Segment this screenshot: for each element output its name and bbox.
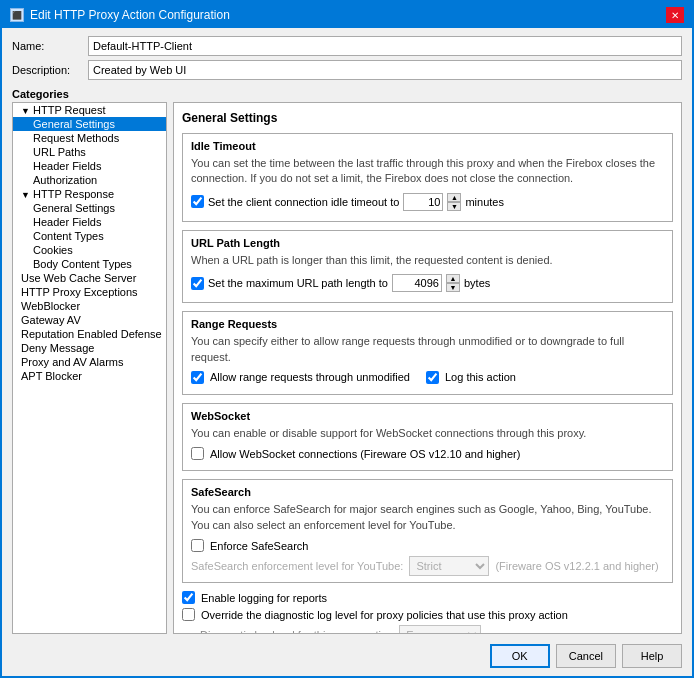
title-icon: ⬛ — [10, 8, 24, 22]
idle-timeout-value[interactable] — [403, 193, 443, 211]
dialog-title: Edit HTTP Proxy Action Configuration — [30, 8, 230, 22]
idle-spin-down[interactable]: ▼ — [447, 202, 461, 211]
sidebar-item-general-settings[interactable]: General Settings — [13, 117, 166, 131]
idle-timeout-title: Idle Timeout — [191, 140, 664, 152]
idle-timeout-section: Idle Timeout You can set the time betwee… — [182, 133, 673, 222]
cancel-button[interactable]: Cancel — [556, 644, 616, 668]
range-requests-desc: You can specify either to allow range re… — [191, 334, 664, 365]
sidebar: ▼HTTP Request General Settings Request M… — [12, 102, 167, 634]
url-path-length-label: Set the maximum URL path length to — [208, 277, 388, 289]
websocket-label: Allow WebSocket connections (Fireware OS… — [210, 448, 520, 460]
expander-http-request: ▼ — [21, 106, 33, 116]
url-path-length-section: URL Path Length When a URL path is longe… — [182, 230, 673, 303]
help-button[interactable]: Help — [622, 644, 682, 668]
url-spin-up[interactable]: ▲ — [446, 274, 460, 283]
url-path-length-unit: bytes — [464, 277, 490, 289]
diagnostic-log-checkbox[interactable] — [182, 608, 195, 621]
sidebar-item-header-fields-resp[interactable]: Header Fields — [13, 215, 166, 229]
sidebar-item-general-settings-resp[interactable]: General Settings — [13, 201, 166, 215]
sidebar-item-body-content-types[interactable]: Body Content Types — [13, 257, 166, 271]
form-area: Name: Description: — [2, 28, 692, 84]
sidebar-item-gateway-av[interactable]: Gateway AV — [13, 313, 166, 327]
sidebar-item-use-web-cache[interactable]: Use Web Cache Server — [13, 271, 166, 285]
sidebar-item-authorization[interactable]: Authorization — [13, 173, 166, 187]
main-content: ▼HTTP Request General Settings Request M… — [2, 102, 692, 638]
sidebar-item-deny-message[interactable]: Deny Message — [13, 341, 166, 355]
panel-title: General Settings — [182, 111, 673, 125]
right-panel: General Settings Idle Timeout You can se… — [173, 102, 682, 634]
safe-search-title: SafeSearch — [191, 486, 664, 498]
safe-search-dropdown[interactable]: Strict Moderate — [409, 556, 489, 576]
idle-timeout-checkbox[interactable] — [191, 195, 204, 208]
desc-input[interactable] — [88, 60, 682, 80]
diagnostic-log-label: Override the diagnostic log level for pr… — [201, 609, 568, 621]
range-requests-title: Range Requests — [191, 318, 664, 330]
name-label: Name: — [12, 40, 82, 52]
diagnostic-dropdown[interactable]: Error Warning Information Debug — [399, 625, 481, 634]
url-path-spinners: ▲ ▼ — [446, 274, 460, 292]
categories-label: Categories — [2, 84, 692, 102]
sidebar-item-apt-blocker[interactable]: APT Blocker — [13, 369, 166, 383]
websocket-title: WebSocket — [191, 410, 664, 422]
sidebar-item-http-request[interactable]: ▼HTTP Request — [13, 103, 166, 117]
sidebar-item-http-proxy-exceptions[interactable]: HTTP Proxy Exceptions — [13, 285, 166, 299]
close-button[interactable]: ✕ — [666, 7, 684, 23]
sidebar-item-request-methods[interactable]: Request Methods — [13, 131, 166, 145]
sidebar-item-header-fields-req[interactable]: Header Fields — [13, 159, 166, 173]
idle-timeout-label: Set the client connection idle timeout t… — [208, 196, 399, 208]
range-requests-checkbox1[interactable] — [191, 371, 204, 384]
range-requests-label1: Allow range requests through unmodified — [210, 371, 410, 383]
desc-label: Description: — [12, 64, 82, 76]
websocket-desc: You can enable or disable support for We… — [191, 426, 664, 441]
title-bar: ⬛ Edit HTTP Proxy Action Configuration ✕ — [2, 2, 692, 28]
idle-spin-up[interactable]: ▲ — [447, 193, 461, 202]
name-input[interactable] — [88, 36, 682, 56]
safe-search-dropdown-label: SafeSearch enforcement level for YouTube… — [191, 560, 403, 572]
ok-button[interactable]: OK — [490, 644, 550, 668]
range-log-checkbox[interactable] — [426, 371, 439, 384]
url-spin-down[interactable]: ▼ — [446, 283, 460, 292]
url-path-length-value[interactable] — [392, 274, 442, 292]
url-path-length-desc: When a URL path is longer than this limi… — [191, 253, 664, 268]
safe-search-label: Enforce SafeSearch — [210, 540, 308, 552]
websocket-section: WebSocket You can enable or disable supp… — [182, 403, 673, 471]
bottom-buttons: OK Cancel Help — [2, 638, 692, 676]
enable-logging-checkbox[interactable] — [182, 591, 195, 604]
url-path-length-checkbox[interactable] — [191, 277, 204, 290]
sidebar-item-http-response[interactable]: ▼HTTP Response — [13, 187, 166, 201]
expander-http-response: ▼ — [21, 190, 33, 200]
sidebar-item-webblocker[interactable]: WebBlocker — [13, 299, 166, 313]
idle-timeout-desc: You can set the time between the last tr… — [191, 156, 664, 187]
sidebar-item-proxy-av-alarms[interactable]: Proxy and AV Alarms — [13, 355, 166, 369]
enable-logging-label: Enable logging for reports — [201, 592, 327, 604]
idle-timeout-spinners: ▲ ▼ — [447, 193, 461, 211]
websocket-checkbox[interactable] — [191, 447, 204, 460]
safe-search-fw-note: (Fireware OS v12.2.1 and higher) — [495, 560, 658, 572]
idle-timeout-unit: minutes — [465, 196, 504, 208]
safe-search-desc: You can enforce SafeSearch for major sea… — [191, 502, 664, 533]
range-log-label: Log this action — [445, 371, 516, 383]
sidebar-item-url-paths[interactable]: URL Paths — [13, 145, 166, 159]
diagnostic-dropdown-label: Diagnostic log level for this proxy acti… — [200, 629, 393, 634]
safe-search-checkbox[interactable] — [191, 539, 204, 552]
safe-search-section: SafeSearch You can enforce SafeSearch fo… — [182, 479, 673, 583]
sidebar-item-cookies[interactable]: Cookies — [13, 243, 166, 257]
sidebar-item-content-types[interactable]: Content Types — [13, 229, 166, 243]
dialog-window: ⬛ Edit HTTP Proxy Action Configuration ✕… — [0, 0, 694, 678]
range-requests-section: Range Requests You can specify either to… — [182, 311, 673, 395]
sidebar-item-reputation-enabled[interactable]: Reputation Enabled Defense — [13, 327, 166, 341]
url-path-length-title: URL Path Length — [191, 237, 664, 249]
